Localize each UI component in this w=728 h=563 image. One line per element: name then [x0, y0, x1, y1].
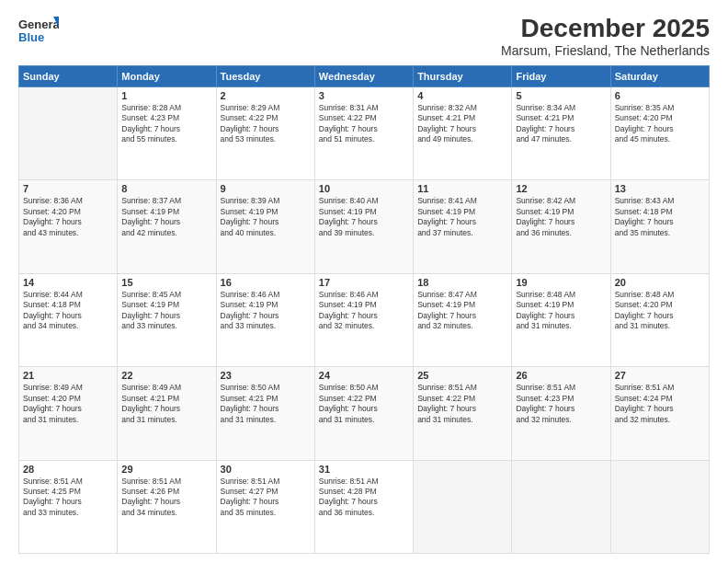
day-number: 9 [221, 183, 311, 194]
day-info: Sunrise: 8:28 AMSunset: 4:23 PMDaylight:… [121, 103, 211, 145]
day-number: 20 [615, 277, 705, 288]
day-number: 27 [615, 370, 705, 381]
calendar-cell: 6Sunrise: 8:35 AMSunset: 4:20 PMDaylight… [610, 86, 709, 179]
day-info: Sunrise: 8:48 AMSunset: 4:20 PMDaylight:… [615, 290, 705, 332]
calendar-cell: 11Sunrise: 8:41 AMSunset: 4:19 PMDayligh… [414, 180, 512, 273]
day-info: Sunrise: 8:34 AMSunset: 4:21 PMDaylight:… [516, 103, 606, 145]
calendar-cell: 12Sunrise: 8:42 AMSunset: 4:19 PMDayligh… [512, 180, 610, 273]
calendar-cell: 24Sunrise: 8:50 AMSunset: 4:22 PMDayligh… [314, 367, 413, 460]
day-info: Sunrise: 8:51 AMSunset: 4:27 PMDaylight:… [221, 477, 311, 519]
day-number: 4 [417, 90, 507, 101]
day-number: 17 [319, 277, 409, 288]
calendar-cell: 8Sunrise: 8:37 AMSunset: 4:19 PMDaylight… [118, 180, 216, 273]
calendar-week-row: 14Sunrise: 8:44 AMSunset: 4:18 PMDayligh… [19, 273, 710, 366]
day-info: Sunrise: 8:37 AMSunset: 4:19 PMDaylight:… [121, 196, 211, 238]
day-info: Sunrise: 8:45 AMSunset: 4:19 PMDaylight:… [121, 290, 211, 332]
day-number: 7 [23, 183, 113, 194]
calendar-cell: 28Sunrise: 8:51 AMSunset: 4:25 PMDayligh… [19, 460, 118, 553]
calendar-header-row: SundayMondayTuesdayWednesdayThursdayFrid… [19, 65, 710, 86]
calendar-day-header: Tuesday [216, 65, 314, 86]
calendar-week-row: 28Sunrise: 8:51 AMSunset: 4:25 PMDayligh… [19, 460, 710, 553]
day-info: Sunrise: 8:40 AMSunset: 4:19 PMDaylight:… [319, 196, 409, 238]
calendar-cell: 27Sunrise: 8:51 AMSunset: 4:24 PMDayligh… [610, 367, 709, 460]
day-info: Sunrise: 8:51 AMSunset: 4:25 PMDaylight:… [23, 477, 113, 519]
day-number: 26 [516, 370, 606, 381]
day-info: Sunrise: 8:46 AMSunset: 4:19 PMDaylight:… [319, 290, 409, 332]
day-info: Sunrise: 8:47 AMSunset: 4:19 PMDaylight:… [417, 290, 507, 332]
calendar-cell [610, 460, 709, 553]
calendar-cell: 18Sunrise: 8:47 AMSunset: 4:19 PMDayligh… [414, 273, 512, 366]
page: General Blue December 2025 Marsum, Fries… [0, 0, 728, 563]
page-title: December 2025 [501, 15, 710, 43]
day-number: 2 [221, 90, 311, 101]
day-info: Sunrise: 8:51 AMSunset: 4:22 PMDaylight:… [417, 383, 507, 425]
calendar-cell [19, 86, 118, 179]
calendar-cell: 7Sunrise: 8:36 AMSunset: 4:20 PMDaylight… [19, 180, 118, 273]
svg-text:General: General [18, 17, 59, 31]
calendar-cell: 4Sunrise: 8:32 AMSunset: 4:21 PMDaylight… [414, 86, 512, 179]
day-info: Sunrise: 8:35 AMSunset: 4:20 PMDaylight:… [615, 103, 705, 145]
day-info: Sunrise: 8:51 AMSunset: 4:23 PMDaylight:… [516, 383, 606, 425]
day-number: 12 [516, 183, 606, 194]
day-number: 1 [121, 90, 211, 101]
day-number: 29 [121, 464, 211, 475]
calendar-cell: 1Sunrise: 8:28 AMSunset: 4:23 PMDaylight… [118, 86, 216, 179]
logo-svg: General Blue [18, 15, 59, 48]
day-info: Sunrise: 8:46 AMSunset: 4:19 PMDaylight:… [221, 290, 311, 332]
day-number: 21 [23, 370, 113, 381]
day-info: Sunrise: 8:43 AMSunset: 4:18 PMDaylight:… [615, 196, 705, 238]
svg-text:Blue: Blue [18, 30, 44, 44]
logo: General Blue [18, 15, 59, 48]
calendar-cell [414, 460, 512, 553]
day-number: 19 [516, 277, 606, 288]
calendar-cell: 22Sunrise: 8:49 AMSunset: 4:21 PMDayligh… [118, 367, 216, 460]
calendar-day-header: Thursday [414, 65, 512, 86]
day-info: Sunrise: 8:31 AMSunset: 4:22 PMDaylight:… [319, 103, 409, 145]
calendar-cell: 26Sunrise: 8:51 AMSunset: 4:23 PMDayligh… [512, 367, 610, 460]
calendar-day-header: Sunday [19, 65, 118, 86]
day-info: Sunrise: 8:49 AMSunset: 4:21 PMDaylight:… [121, 383, 211, 425]
day-number: 8 [121, 183, 211, 194]
day-info: Sunrise: 8:44 AMSunset: 4:18 PMDaylight:… [23, 290, 113, 332]
day-number: 3 [319, 90, 409, 101]
calendar-cell: 15Sunrise: 8:45 AMSunset: 4:19 PMDayligh… [118, 273, 216, 366]
day-number: 24 [319, 370, 409, 381]
day-info: Sunrise: 8:32 AMSunset: 4:21 PMDaylight:… [417, 103, 507, 145]
title-block: December 2025 Marsum, Friesland, The Net… [501, 15, 710, 58]
day-number: 13 [615, 183, 705, 194]
day-number: 30 [221, 464, 311, 475]
calendar-cell: 9Sunrise: 8:39 AMSunset: 4:19 PMDaylight… [216, 180, 314, 273]
day-number: 22 [121, 370, 211, 381]
day-number: 16 [221, 277, 311, 288]
calendar-cell: 17Sunrise: 8:46 AMSunset: 4:19 PMDayligh… [314, 273, 413, 366]
day-number: 18 [417, 277, 507, 288]
calendar-day-header: Friday [512, 65, 610, 86]
calendar-cell: 14Sunrise: 8:44 AMSunset: 4:18 PMDayligh… [19, 273, 118, 366]
calendar-cell: 13Sunrise: 8:43 AMSunset: 4:18 PMDayligh… [610, 180, 709, 273]
calendar-week-row: 21Sunrise: 8:49 AMSunset: 4:20 PMDayligh… [19, 367, 710, 460]
day-info: Sunrise: 8:51 AMSunset: 4:24 PMDaylight:… [615, 383, 705, 425]
calendar-cell: 19Sunrise: 8:48 AMSunset: 4:19 PMDayligh… [512, 273, 610, 366]
day-info: Sunrise: 8:48 AMSunset: 4:19 PMDaylight:… [516, 290, 606, 332]
day-info: Sunrise: 8:42 AMSunset: 4:19 PMDaylight:… [516, 196, 606, 238]
day-info: Sunrise: 8:49 AMSunset: 4:20 PMDaylight:… [23, 383, 113, 425]
calendar-day-header: Monday [118, 65, 216, 86]
calendar-cell: 20Sunrise: 8:48 AMSunset: 4:20 PMDayligh… [610, 273, 709, 366]
day-number: 25 [417, 370, 507, 381]
calendar-day-header: Wednesday [314, 65, 413, 86]
calendar-week-row: 7Sunrise: 8:36 AMSunset: 4:20 PMDaylight… [19, 180, 710, 273]
day-info: Sunrise: 8:41 AMSunset: 4:19 PMDaylight:… [417, 196, 507, 238]
day-number: 11 [417, 183, 507, 194]
day-info: Sunrise: 8:29 AMSunset: 4:22 PMDaylight:… [221, 103, 311, 145]
day-number: 5 [516, 90, 606, 101]
calendar-cell: 5Sunrise: 8:34 AMSunset: 4:21 PMDaylight… [512, 86, 610, 179]
day-info: Sunrise: 8:50 AMSunset: 4:21 PMDaylight:… [221, 383, 311, 425]
calendar-day-header: Saturday [610, 65, 709, 86]
day-info: Sunrise: 8:51 AMSunset: 4:28 PMDaylight:… [319, 477, 409, 519]
day-number: 14 [23, 277, 113, 288]
calendar-cell: 29Sunrise: 8:51 AMSunset: 4:26 PMDayligh… [118, 460, 216, 553]
day-number: 10 [319, 183, 409, 194]
calendar-cell: 30Sunrise: 8:51 AMSunset: 4:27 PMDayligh… [216, 460, 314, 553]
calendar-cell: 23Sunrise: 8:50 AMSunset: 4:21 PMDayligh… [216, 367, 314, 460]
day-number: 23 [221, 370, 311, 381]
